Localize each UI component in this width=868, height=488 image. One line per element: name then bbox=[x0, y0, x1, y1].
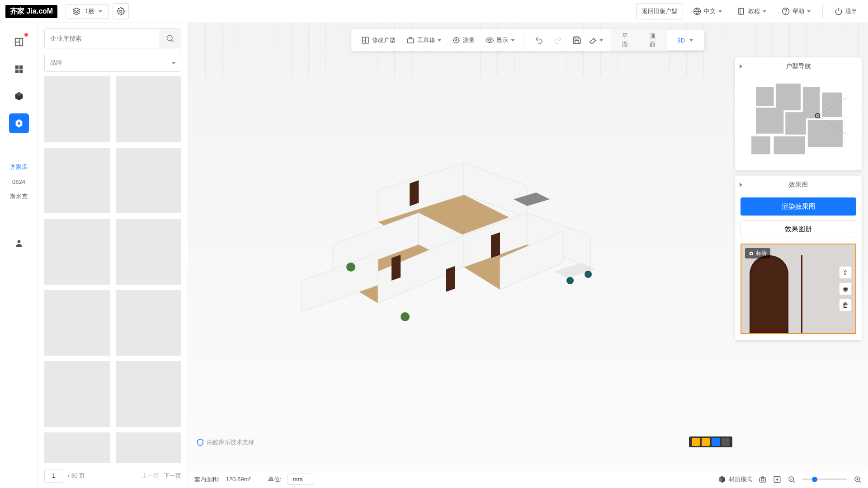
rail-library-icon[interactable] bbox=[9, 113, 29, 133]
zoom-in-icon bbox=[854, 475, 862, 483]
floor-selector[interactable]: 1层 bbox=[66, 4, 109, 19]
thumb-snapshot[interactable]: ◉ bbox=[839, 282, 852, 295]
library-item[interactable] bbox=[44, 361, 110, 427]
material-mode-button[interactable]: 材质模式 bbox=[718, 475, 752, 483]
svg-marker-44 bbox=[410, 180, 419, 206]
toolbox-button[interactable]: 工具箱 bbox=[401, 29, 447, 51]
add-button[interactable] bbox=[773, 475, 781, 483]
effect-panel: 效果图 渲染效果图 效果图册 标清 ⇧ ◉ 🗑 bbox=[735, 176, 862, 340]
library-item[interactable] bbox=[116, 219, 182, 285]
settings-button[interactable] bbox=[113, 3, 129, 19]
minimap[interactable] bbox=[735, 75, 862, 170]
eraser-button[interactable] bbox=[586, 36, 605, 45]
svg-rect-58 bbox=[756, 108, 783, 133]
library-item[interactable] bbox=[116, 361, 182, 427]
library-item[interactable] bbox=[116, 432, 182, 463]
thumb-upload[interactable]: ⇧ bbox=[839, 266, 852, 279]
unit-select[interactable]: mm bbox=[288, 474, 314, 485]
rail-floorplan-icon[interactable] bbox=[9, 32, 29, 52]
svg-rect-60 bbox=[808, 120, 843, 147]
cube-icon bbox=[718, 475, 726, 483]
svg-point-18 bbox=[167, 35, 172, 41]
view-tab-plan[interactable]: 平面 bbox=[611, 30, 639, 50]
render-thumbnail[interactable]: 标清 ⇧ ◉ 🗑 bbox=[741, 244, 856, 334]
library-item[interactable] bbox=[116, 76, 182, 142]
cube-icon bbox=[14, 91, 24, 101]
svg-rect-15 bbox=[19, 70, 22, 73]
brand-label: 品牌 bbox=[50, 59, 62, 67]
zoom-in-button[interactable] bbox=[854, 475, 862, 483]
library-item[interactable] bbox=[116, 290, 182, 356]
rail-label-qijia[interactable]: 齐家库 bbox=[10, 163, 28, 171]
zoom-slider[interactable] bbox=[802, 479, 847, 480]
chevron-down-icon bbox=[511, 39, 514, 42]
library-item[interactable] bbox=[44, 148, 110, 214]
search-input[interactable] bbox=[45, 29, 159, 48]
rail-cube-icon[interactable] bbox=[9, 86, 29, 106]
rail-grid-icon[interactable] bbox=[9, 59, 29, 79]
svg-marker-47 bbox=[446, 266, 455, 292]
right-panel-stack: 户型导航 bbox=[735, 57, 862, 340]
search-icon bbox=[165, 34, 175, 43]
rail-user-icon[interactable] bbox=[9, 233, 29, 253]
chevron-down-icon bbox=[763, 10, 766, 13]
thumb-delete[interactable]: 🗑 bbox=[839, 299, 852, 311]
tutorial-label: 教程 bbox=[748, 7, 760, 15]
support-label: 由酷家乐技术支持 bbox=[207, 438, 254, 446]
library-item[interactable] bbox=[44, 432, 110, 463]
page-input[interactable] bbox=[44, 469, 63, 483]
render-button[interactable]: 渲染效果图 bbox=[741, 197, 856, 216]
svg-point-7 bbox=[786, 13, 786, 14]
svg-rect-5 bbox=[740, 8, 741, 14]
help-button[interactable]: 帮助 bbox=[776, 4, 816, 19]
nav-panel: 户型导航 bbox=[735, 57, 862, 170]
canvas-3d[interactable]: 修改户型 工具箱 测量 显示 bbox=[188, 23, 868, 470]
svg-rect-4 bbox=[739, 8, 744, 14]
language-button[interactable]: 中文 bbox=[688, 4, 727, 19]
album-button[interactable]: 效果图册 bbox=[741, 220, 856, 238]
library-panel: 品牌 / 30 页 上一页 下一页 bbox=[38, 23, 188, 488]
unit-label: 单位: bbox=[268, 475, 282, 483]
library-item[interactable] bbox=[116, 148, 182, 214]
svg-rect-14 bbox=[15, 70, 18, 73]
brand-select[interactable]: 品牌 bbox=[44, 54, 181, 72]
divider bbox=[822, 5, 823, 18]
tutorial-button[interactable]: 教程 bbox=[732, 4, 772, 19]
quality-tag: 标清 bbox=[745, 248, 770, 258]
save-icon bbox=[572, 36, 581, 45]
library-item[interactable] bbox=[44, 290, 110, 356]
save-button[interactable] bbox=[567, 36, 586, 45]
svg-rect-59 bbox=[785, 112, 806, 134]
display-button[interactable]: 显示 bbox=[480, 29, 520, 51]
effect-panel-title: 效果图 bbox=[789, 181, 808, 189]
camera-button[interactable] bbox=[759, 475, 767, 483]
search-button[interactable] bbox=[159, 29, 181, 48]
book-icon bbox=[737, 7, 745, 15]
back-old-version-button[interactable]: 返回旧版户型 bbox=[636, 3, 683, 19]
library-item[interactable] bbox=[44, 219, 110, 285]
effect-collapse[interactable] bbox=[740, 181, 742, 188]
exit-button[interactable]: 退出 bbox=[829, 4, 863, 19]
svg-point-67 bbox=[751, 253, 752, 254]
svg-rect-12 bbox=[15, 66, 18, 69]
camera-icon bbox=[749, 251, 754, 256]
toolbox-icon bbox=[406, 36, 415, 44]
chevron-down-icon bbox=[99, 10, 102, 13]
view-tab-top[interactable]: 顶面 bbox=[639, 30, 666, 50]
svg-point-69 bbox=[761, 478, 764, 481]
eye-icon bbox=[486, 36, 494, 44]
rail-label-0824[interactable]: 0824 bbox=[12, 178, 25, 185]
next-page[interactable]: 下一页 bbox=[164, 472, 181, 480]
view-tab-3d[interactable]: 3D bbox=[666, 30, 704, 50]
svg-rect-61 bbox=[751, 136, 770, 155]
rail-label-smk[interactable]: 斯米克 bbox=[10, 192, 28, 201]
undo-button[interactable] bbox=[529, 36, 548, 45]
view-tabs: 平面 顶面 3D bbox=[610, 29, 705, 51]
edit-plan-button[interactable]: 修改户型 bbox=[356, 29, 401, 51]
chevron-down-icon bbox=[599, 39, 603, 42]
library-item[interactable] bbox=[44, 76, 110, 142]
view-3d-label: 3D bbox=[677, 37, 685, 44]
nav-collapse[interactable] bbox=[740, 63, 742, 70]
measure-button[interactable]: 测量 bbox=[447, 29, 480, 51]
zoom-out-button[interactable] bbox=[788, 475, 796, 483]
